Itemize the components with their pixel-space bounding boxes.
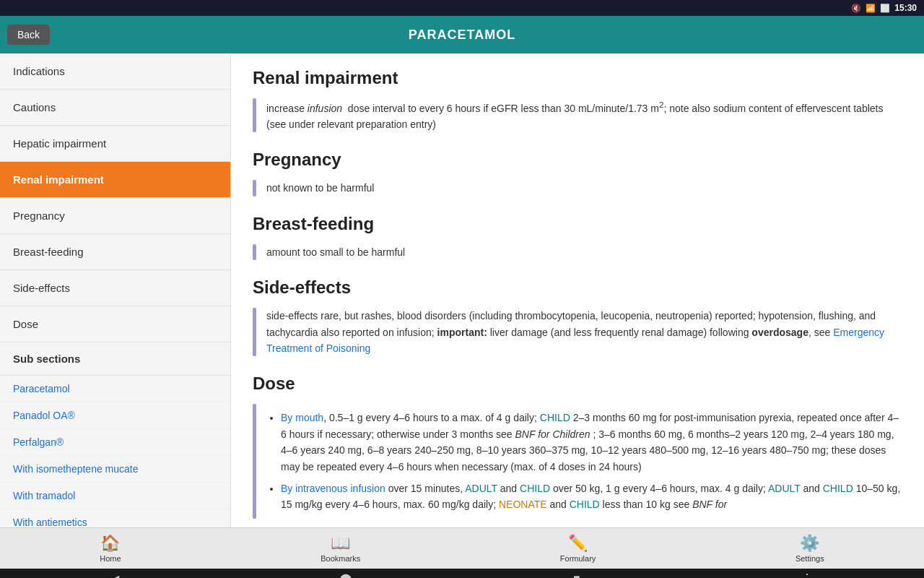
renal-bar: [253, 98, 256, 132]
status-time: 15:30: [894, 3, 917, 13]
pregnancy-bar: [253, 180, 256, 196]
dose-child-label4: CHILD: [570, 499, 600, 510]
home-icon: 🏠: [100, 534, 120, 553]
renal-title: Renal impairment: [253, 68, 902, 88]
sidebar-link-antiemetics[interactable]: With antiemetics: [0, 509, 230, 527]
sideeffects-text: side-effects rare, but rashes, blood dis…: [266, 308, 902, 356]
dose-blockquote: By mouth, 0.5–1 g every 4–6 hours to a m…: [253, 404, 902, 518]
sidebar-item-sideeffects[interactable]: Side-effects: [0, 270, 230, 306]
back-system-button[interactable]: ◀: [96, 569, 134, 579]
recents-system-button[interactable]: ■: [559, 569, 595, 578]
sidebar-item-breastfeeding[interactable]: Breast-feeding: [0, 234, 230, 270]
header-title: PARACETAMOL: [409, 27, 515, 43]
nav-home-button[interactable]: 🏠 Home: [88, 531, 132, 566]
dose-list: By mouth, 0.5–1 g every 4–6 hours to a m…: [281, 410, 902, 512]
dose-child-label: CHILD: [540, 412, 570, 423]
dose-adult-label1: ADULT: [465, 483, 497, 494]
dose-child-label2: CHILD: [520, 483, 550, 494]
sidebar-item-renal[interactable]: Renal impairment: [0, 162, 230, 198]
back-button[interactable]: Back: [7, 25, 50, 45]
dose-oral-label: By mouth: [281, 412, 323, 423]
status-icons: 🔇 📶 ⬜ 15:30: [851, 3, 917, 13]
sidebar-link-paracetamol[interactable]: Paracetamol: [0, 376, 230, 402]
breastfeeding-bar: [253, 244, 256, 260]
dose-bar: [253, 404, 256, 518]
header: Back PARACETAMOL: [0, 16, 924, 53]
sidebar-item-hepatic[interactable]: Hepatic impairment: [0, 126, 230, 162]
sidebar-item-indications[interactable]: Indications: [0, 53, 230, 90]
more-system-button[interactable]: ⋮: [786, 568, 828, 578]
nav-settings-button[interactable]: ⚙️ Settings: [784, 531, 836, 566]
bottom-nav-system: ◀ ⬤ ■ ⋮: [0, 569, 924, 578]
nav-bookmarks-button[interactable]: 📖 Bookmarks: [309, 531, 372, 566]
status-bar: 🔇 📶 ⬜ 15:30: [0, 0, 924, 16]
sidebar-item-cautions[interactable]: Cautions: [0, 90, 230, 126]
bottom-nav: 🏠 Home 📖 Bookmarks ✏️ Formulary ⚙️ Setti…: [0, 527, 924, 578]
dose-neonate-label: NEONATE: [499, 499, 547, 510]
pregnancy-title: Pregnancy: [253, 150, 902, 170]
breastfeeding-text: amount too small to be harmful: [266, 244, 405, 260]
breastfeeding-blockquote: amount too small to be harmful: [253, 244, 902, 260]
dose-text: By mouth, 0.5–1 g every 4–6 hours to a m…: [266, 404, 902, 518]
breastfeeding-title: Breast-feeding: [253, 214, 902, 234]
content-area: Renal impairment increase infusion dose …: [231, 53, 924, 527]
dose-adult-label2: ADULT: [768, 483, 801, 494]
subsections-header: Sub sections: [0, 342, 230, 376]
formulary-icon: ✏️: [568, 534, 588, 553]
sidebar-link-perfalgan[interactable]: Perfalgan®: [0, 429, 230, 456]
bookmarks-icon: 📖: [331, 534, 350, 553]
sidebar-item-pregnancy[interactable]: Pregnancy: [0, 198, 230, 234]
sidebar-link-tramadol[interactable]: With tramadol: [0, 483, 230, 509]
mute-icon: 🔇: [851, 4, 861, 13]
home-label: Home: [100, 554, 121, 563]
sidebar-item-dose[interactable]: Dose: [0, 306, 230, 342]
renal-blockquote: increase infusion dose interval to every…: [253, 98, 902, 132]
battery-icon: ⬜: [880, 4, 890, 13]
pregnancy-blockquote: not known to be harmful: [253, 180, 902, 196]
wifi-icon: 📶: [866, 4, 876, 13]
settings-icon: ⚙️: [800, 534, 819, 553]
sidebar: Indications Cautions Hepatic impairment …: [0, 53, 231, 527]
formulary-label: Formulary: [560, 554, 596, 563]
nav-formulary-button[interactable]: ✏️ Formulary: [549, 531, 608, 566]
bookmarks-label: Bookmarks: [321, 554, 360, 563]
settings-label: Settings: [796, 554, 824, 563]
dose-child-label3: CHILD: [823, 483, 853, 494]
dose-iv-label: By intravenous infusion: [281, 483, 385, 494]
dose-title: Dose: [253, 374, 902, 394]
home-system-button[interactable]: ⬤: [325, 569, 367, 579]
dose-item-iv: By intravenous infusion over 15 minutes,…: [281, 480, 902, 513]
main-layout: Indications Cautions Hepatic impairment …: [0, 53, 924, 527]
sideeffects-blockquote: side-effects rare, but rashes, blood dis…: [253, 308, 902, 356]
dose-item-oral: By mouth, 0.5–1 g every 4–6 hours to a m…: [281, 410, 902, 475]
bottom-nav-top: 🏠 Home 📖 Bookmarks ✏️ Formulary ⚙️ Setti…: [0, 528, 924, 569]
renal-text: increase infusion dose interval to every…: [266, 98, 902, 132]
sidebar-link-isometheptene[interactable]: With isometheptene mucate: [0, 456, 230, 483]
sideeffects-title: Side-effects: [253, 277, 902, 298]
sidebar-link-panadol[interactable]: Panadol OA®: [0, 402, 230, 429]
sideeffects-bar: [253, 308, 256, 356]
pregnancy-text: not known to be harmful: [266, 180, 374, 196]
